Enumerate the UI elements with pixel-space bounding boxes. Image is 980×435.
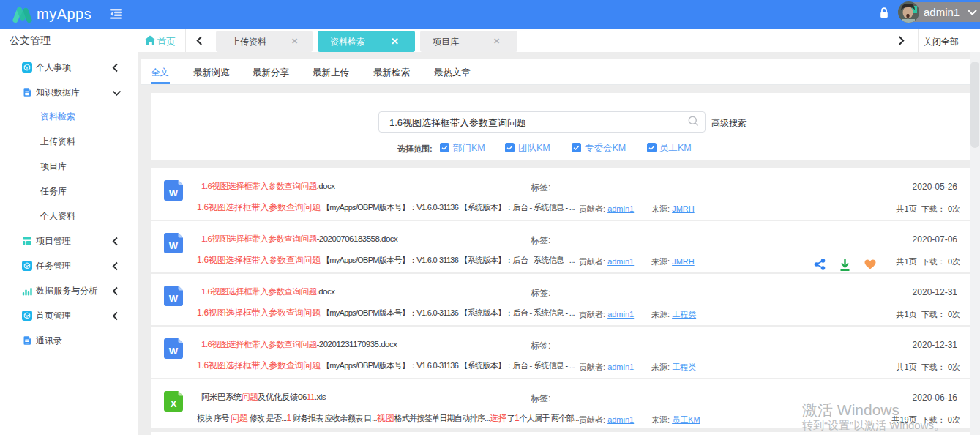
svg-text:W: W bbox=[169, 293, 179, 304]
svg-text:X: X bbox=[171, 398, 177, 409]
svg-text:W: W bbox=[169, 240, 179, 251]
svg-text:W: W bbox=[169, 346, 179, 357]
svg-text:W: W bbox=[169, 187, 179, 198]
